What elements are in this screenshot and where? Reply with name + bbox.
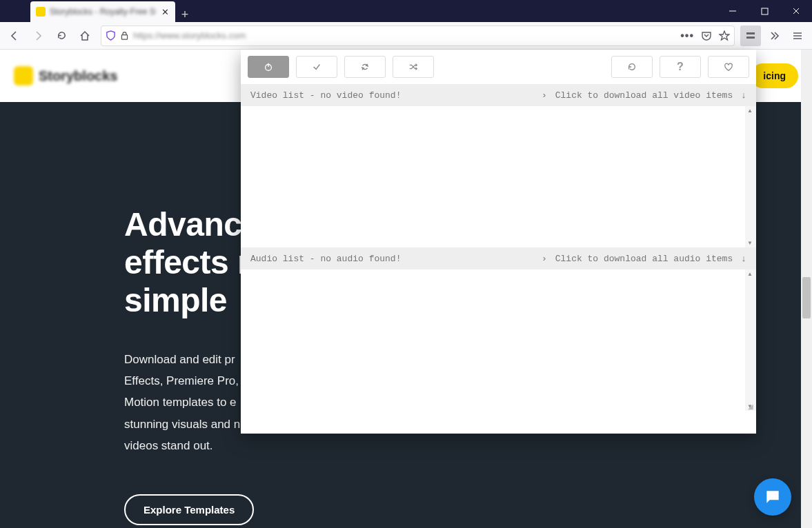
reader-pocket-icon[interactable]	[701, 30, 712, 41]
extension-popup: ? Video list - no video found! › Click t…	[241, 50, 756, 434]
page-scrollbar[interactable]	[801, 50, 812, 528]
tab-close-icon[interactable]: ✕	[160, 7, 170, 17]
video-scrollbar[interactable]	[745, 106, 756, 247]
popup-heart-button[interactable]	[708, 56, 749, 78]
tab-title: Storyblocks - Royalty-Free St…	[50, 7, 156, 17]
nav-reload-button[interactable]	[51, 26, 72, 46]
audio-list-area: ◢	[241, 270, 756, 411]
window-minimize-button[interactable]	[717, 0, 749, 22]
browser-tab[interactable]: Storyblocks - Royalty-Free St… ✕	[30, 1, 175, 22]
chevron-right-icon: ›	[542, 254, 547, 264]
svg-rect-1	[762, 8, 768, 14]
audio-section-header: Audio list - no audio found! › Click to …	[241, 247, 756, 270]
overflow-chevron-icon[interactable]	[764, 26, 784, 46]
audio-header-text: Audio list - no audio found!	[250, 254, 401, 264]
site-logo[interactable]: Storyblocks	[14, 66, 117, 85]
popup-help-button[interactable]: ?	[660, 56, 701, 78]
bookmark-star-icon[interactable]	[719, 30, 730, 41]
download-arrow-icon: ↓	[741, 254, 746, 264]
video-list-area	[241, 106, 756, 247]
tab-favicon	[36, 7, 46, 17]
logo-text: Storyblocks	[39, 68, 117, 84]
resize-grip-icon[interactable]: ◢	[748, 403, 755, 409]
popup-shuffle-button[interactable]	[393, 56, 434, 78]
video-section-header: Video list - no video found! › Click to …	[241, 84, 756, 106]
new-tab-button[interactable]: +	[175, 8, 195, 22]
app-menu-button[interactable]	[787, 26, 808, 46]
popup-check-button[interactable]	[296, 56, 337, 78]
extension-button[interactable]	[740, 26, 761, 46]
svg-rect-4	[121, 35, 127, 40]
nav-home-button[interactable]	[75, 26, 95, 46]
popup-refresh-button[interactable]	[611, 56, 653, 78]
window-close-button[interactable]	[780, 0, 812, 22]
download-arrow-icon: ↓	[741, 90, 746, 101]
svg-rect-5	[746, 32, 755, 34]
popup-sync-button[interactable]	[344, 56, 386, 78]
page-actions-icon[interactable]: •••	[680, 30, 694, 42]
lock-icon[interactable]	[120, 31, 129, 40]
nav-back-button[interactable]	[4, 26, 25, 46]
pricing-button[interactable]: icing	[751, 63, 798, 88]
video-header-text: Video list - no video found!	[250, 90, 401, 101]
tracking-shield-icon[interactable]	[106, 30, 116, 41]
chat-bubble-button[interactable]	[754, 478, 791, 516]
explore-templates-button[interactable]: Explore Templates	[124, 494, 254, 525]
video-download-all[interactable]: › Click to download all video items ↓	[542, 90, 746, 101]
nav-forward-button[interactable]	[28, 26, 48, 46]
audio-download-all[interactable]: › Click to download all audio items ↓	[542, 254, 746, 264]
popup-power-button[interactable]	[248, 56, 289, 78]
svg-rect-6	[746, 37, 755, 39]
chevron-right-icon: ›	[542, 90, 547, 101]
url-text: https://www.storyblocks.com	[133, 30, 676, 41]
url-bar[interactable]: https://www.storyblocks.com •••	[101, 26, 735, 46]
audio-scrollbar[interactable]	[745, 270, 756, 411]
logo-mark-icon	[14, 66, 33, 85]
window-maximize-button[interactable]	[749, 0, 780, 22]
